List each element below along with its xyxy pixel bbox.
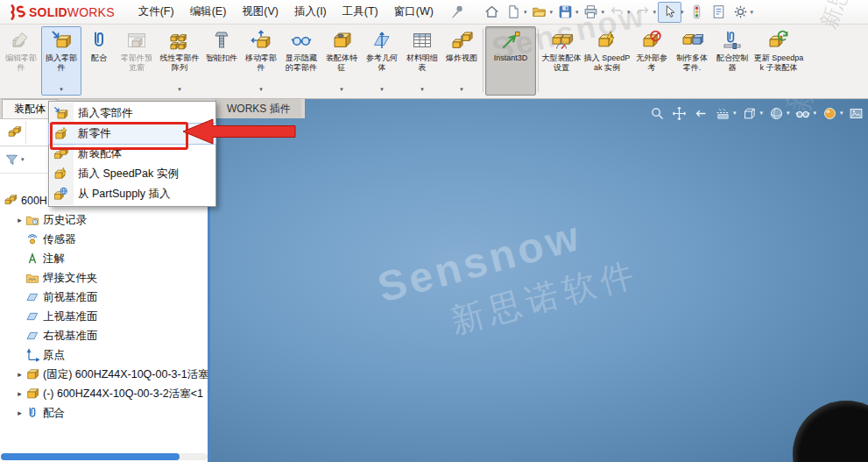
ribbon-separator: [483, 29, 483, 92]
ribbon-button-edit-component[interactable]: 编辑零部件: [1, 26, 41, 96]
open-document-caret[interactable]: [549, 9, 553, 16]
tree-item-part-fixed[interactable]: (固定) 600HZ44X-10Q-00-3-1活塞: [0, 365, 210, 384]
section-view-caret[interactable]: [733, 110, 737, 117]
view-orientation-button[interactable]: [741, 104, 759, 122]
main-menus: 文件(F) 编辑(E) 视图(V) 插入(I) 工具(T) 窗口(W): [131, 0, 441, 24]
menu-item-partsupply[interactable]: 从 PartSupply 插入: [49, 184, 215, 204]
insert-component-caret[interactable]: [60, 86, 63, 93]
ribbon-button-exploded-view[interactable]: 爆炸视图: [442, 26, 481, 96]
undo-button[interactable]: [606, 3, 628, 22]
ribbon-button-insert-speedpak[interactable]: 插入 SpeedPak 实例: [582, 26, 632, 96]
appearance-ball-icon: [822, 106, 837, 121]
expand-arrow[interactable]: [14, 409, 25, 417]
edit-appearance-button[interactable]: [821, 104, 838, 122]
zoom-fit-icon: [650, 106, 665, 121]
apply-scene-button[interactable]: [848, 104, 865, 122]
show-hidden-icon: [290, 30, 313, 51]
open-folder-icon: [532, 4, 547, 19]
tab-placeholder[interactable]: [26, 121, 50, 144]
tree-item-origin[interactable]: 原点: [0, 345, 210, 365]
tree-item-part-floating[interactable]: (-) 600HZ44X-10Q-00-3-2活塞<1: [0, 384, 210, 403]
edit-appearance-caret[interactable]: [840, 110, 843, 117]
print-button[interactable]: [580, 3, 602, 22]
bom-caret[interactable]: [420, 86, 424, 93]
file-properties-button[interactable]: [708, 3, 730, 22]
display-style-caret[interactable]: [787, 110, 790, 117]
tree-item-mates[interactable]: 配合: [0, 403, 210, 423]
tree-item-sensors[interactable]: 传感器: [0, 230, 210, 249]
reference-geometry-caret[interactable]: [380, 86, 384, 93]
assembly-features-caret[interactable]: [340, 86, 343, 93]
ribbon-button-linear-pattern[interactable]: 线性零部件阵列: [157, 26, 202, 96]
ribbon-button-mate-controller[interactable]: 配合控制器: [712, 26, 752, 96]
menu-view[interactable]: 视图(V): [234, 0, 286, 24]
tree-item-front-plane[interactable]: 前视基准面: [0, 288, 210, 307]
expand-arrow[interactable]: [14, 389, 25, 398]
options-button[interactable]: [730, 3, 752, 22]
tree-item-top-plane[interactable]: 上视基准面: [0, 307, 210, 326]
section-view-button[interactable]: [714, 104, 731, 122]
pan-button[interactable]: [670, 104, 688, 122]
ribbon-button-show-hidden[interactable]: 显示隐藏的零部件: [281, 26, 321, 96]
ribbon-button-component-preview[interactable]: 零部件预览窗: [116, 26, 157, 96]
ribbon-button-update-speedpak[interactable]: 更新 Speedpak 子装配体: [752, 26, 805, 96]
hide-show-caret[interactable]: [814, 110, 817, 117]
filter-funnel-icon[interactable]: [4, 153, 19, 167]
ribbon-button-reference-geometry[interactable]: 参考几何体: [362, 26, 402, 96]
save-caret[interactable]: [575, 9, 579, 16]
tree-item-history[interactable]: 历史记录: [0, 210, 210, 230]
3ds-logo-icon: [5, 4, 26, 21]
tree-item-weldment-folder[interactable]: 焊接文件夹: [0, 268, 210, 288]
tree-item-annotations[interactable]: 注解: [0, 249, 210, 268]
new-document-caret[interactable]: [524, 9, 527, 16]
ribbon-button-insert-component[interactable]: 插入零部件: [41, 26, 81, 96]
update-speedpak-icon: [767, 30, 790, 51]
tab-feature-manager[interactable]: [3, 121, 26, 144]
select-tool-button[interactable]: [658, 2, 681, 23]
ribbon-button-assembly-features[interactable]: 装配体特征: [321, 26, 362, 96]
ribbon-button-bom[interactable]: 材料明细表: [402, 26, 442, 96]
ribbon-button-instant3d[interactable]: Instant3D: [485, 26, 536, 96]
options-caret[interactable]: [751, 9, 754, 16]
assembly-features-icon: [330, 30, 353, 51]
previous-view-button[interactable]: [692, 104, 709, 122]
ribbon-button-mate[interactable]: 配合: [81, 26, 116, 96]
pin-menu-button[interactable]: [447, 3, 469, 22]
open-document-button[interactable]: [528, 3, 550, 22]
menu-tools[interactable]: 工具(T): [335, 0, 386, 24]
menu-edit[interactable]: 编辑(E): [182, 0, 235, 24]
filter-caret[interactable]: [21, 156, 25, 163]
ribbon-button-large-assembly-settings[interactable]: 大型装配体设置: [540, 26, 582, 96]
select-tool-caret[interactable]: [681, 9, 684, 16]
exploded-view-caret[interactable]: [460, 86, 463, 93]
zoom-fit-button[interactable]: [648, 104, 666, 122]
tree-item-right-plane[interactable]: 右视基准面: [0, 326, 210, 345]
horizontal-scrollbar[interactable]: [1, 453, 208, 460]
rebuild-button[interactable]: [686, 3, 708, 22]
menu-window[interactable]: 窗口(W): [386, 0, 441, 24]
ribbon-button-make-multibody[interactable]: 制作多体零件.: [672, 26, 712, 96]
save-button[interactable]: [554, 3, 576, 22]
print-caret[interactable]: [601, 9, 604, 16]
graphics-viewport[interactable]: Sensnow 新思诺软件 新思诺软件: [210, 99, 868, 462]
ribbon-button-smart-fasteners[interactable]: 智能扣件: [202, 26, 241, 96]
scrollbar-thumb[interactable]: [1, 453, 180, 460]
view-orientation-caret[interactable]: [760, 110, 764, 117]
plane-icon: [25, 290, 39, 304]
move-component-caret[interactable]: [259, 86, 263, 93]
menu-insert[interactable]: 插入(I): [286, 0, 335, 24]
tab-solidworks-addins[interactable]: WORKS 插件: [215, 99, 301, 118]
home-button[interactable]: [481, 3, 503, 22]
part-icon: [25, 367, 39, 381]
redo-button[interactable]: [632, 3, 653, 22]
ribbon-button-no-external-ref[interactable]: 无外部参考: [632, 26, 672, 96]
display-style-button[interactable]: [767, 104, 785, 122]
expand-arrow[interactable]: [14, 370, 25, 379]
ribbon-button-move-component[interactable]: 移动零部件: [241, 26, 281, 96]
expand-arrow[interactable]: [14, 216, 25, 224]
new-document-button[interactable]: [503, 3, 525, 22]
hide-show-items-button[interactable]: [794, 104, 812, 122]
menu-item-insert-speedpak[interactable]: 插入 SpeedPak 实例: [49, 164, 215, 184]
menu-file[interactable]: 文件(F): [131, 0, 182, 24]
linear-pattern-caret[interactable]: [178, 86, 181, 93]
